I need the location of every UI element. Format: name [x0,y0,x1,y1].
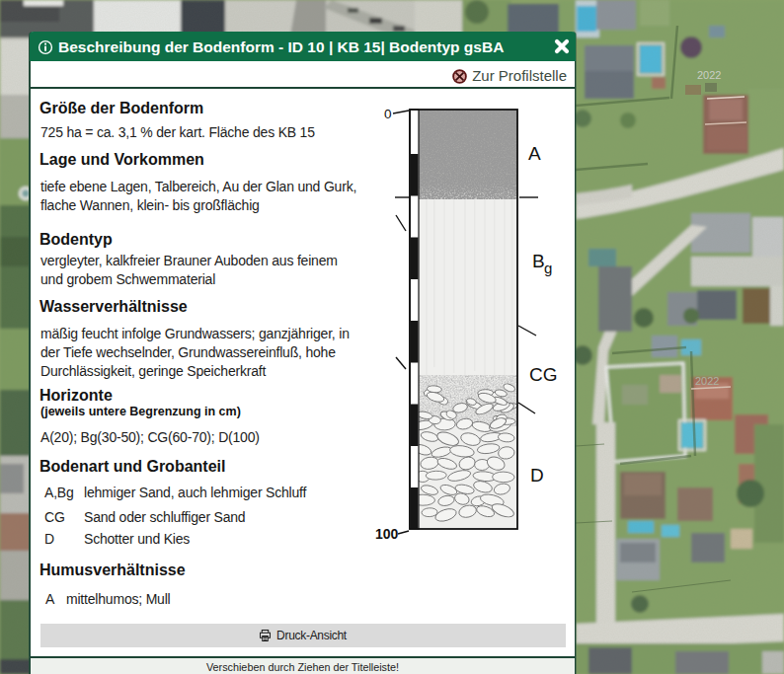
svg-text:100: 100 [375,526,399,542]
svg-text:D: D [530,465,544,486]
svg-text:0: 0 [384,107,392,121]
svg-text:B: B [532,251,545,271]
svg-text:A: A [528,143,541,164]
svg-text:g: g [544,260,552,276]
svg-text:2022: 2022 [697,69,721,81]
svg-text:2022: 2022 [695,375,719,387]
svg-text:CG: CG [529,364,558,385]
